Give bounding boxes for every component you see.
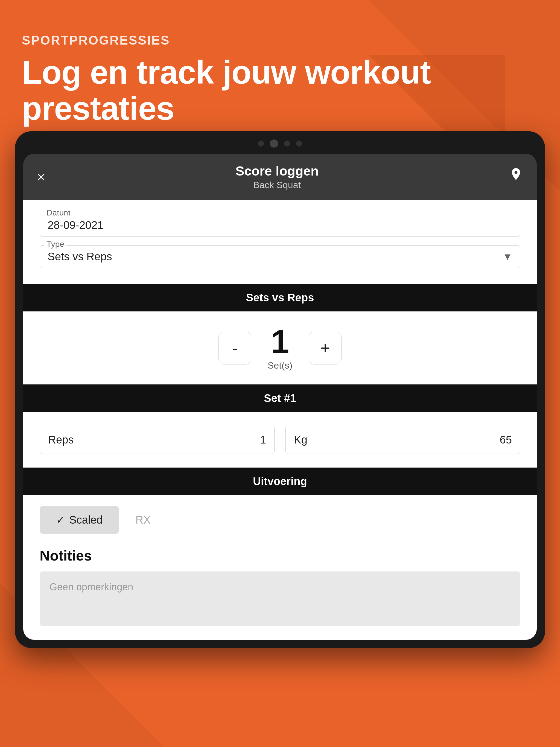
camera-bar [23, 139, 537, 148]
reps-input-field[interactable]: Reps 1 [40, 426, 275, 454]
reps-label: Reps [48, 434, 74, 446]
scaled-toggle[interactable]: ✓ Scaled [40, 506, 119, 534]
form-section: Datum 28-09-2021 Type Sets vs Reps ▼ [23, 200, 537, 284]
datum-value: 28-09-2021 [48, 219, 512, 231]
camera-dot-main [270, 139, 278, 148]
set1-label: Set #1 [23, 392, 537, 404]
header-area: SPORTPROGRESSIES Log en track jouw worko… [0, 0, 560, 148]
type-dropdown[interactable]: Type Sets vs Reps ▼ [40, 245, 520, 268]
sets-counter-display: 1 Set(s) [268, 325, 292, 371]
uitvoering-label: Uitvoering [23, 475, 537, 488]
checkmark-icon: ✓ [56, 514, 65, 526]
sets-vs-reps-bar: Sets vs Reps [23, 284, 537, 311]
camera-dot-1 [258, 140, 264, 147]
sets-count-value: 1 [268, 325, 292, 358]
reps-value: 1 [260, 434, 266, 446]
kg-value: 65 [500, 434, 512, 446]
set-inputs-section: Reps 1 Kg 65 [23, 412, 537, 468]
sets-counter-section: - 1 Set(s) + [23, 311, 537, 384]
uitvoering-section: ✓ Scaled RX Notities Geen opmerkingen [23, 495, 537, 640]
app-screen: × Score loggen Back Squat Datum 28-09-20… [23, 154, 537, 640]
camera-dot-4 [296, 140, 302, 147]
set1-bar: Set #1 [23, 384, 537, 412]
uitvoering-bar: Uitvoering [23, 468, 537, 495]
location-icon[interactable] [509, 167, 523, 187]
rx-label: RX [135, 514, 151, 526]
uitvoering-toggle-row: ✓ Scaled RX [40, 506, 520, 534]
increment-sets-button[interactable]: + [309, 332, 341, 364]
app-header: × Score loggen Back Squat [23, 154, 537, 200]
kg-label: Kg [294, 434, 307, 446]
kg-input-field[interactable]: Kg 65 [285, 426, 520, 454]
screen-subtitle: Back Squat [235, 180, 319, 190]
type-label: Type [44, 239, 67, 249]
notities-input[interactable]: Geen opmerkingen [40, 571, 520, 626]
screen-title: Score loggen [235, 163, 319, 179]
device-frame: × Score loggen Back Squat Datum 28-09-20… [15, 131, 545, 648]
notities-heading: Notities [40, 547, 520, 564]
datum-field[interactable]: Datum 28-09-2021 [40, 214, 520, 236]
decrement-sets-button[interactable]: - [219, 332, 251, 364]
header-title-wrap: Score loggen Back Squat [235, 163, 319, 190]
dropdown-arrow-icon: ▼ [503, 251, 512, 262]
scaled-label: Scaled [69, 514, 103, 526]
camera-dot-3 [284, 140, 290, 147]
sets-count-unit: Set(s) [268, 360, 292, 371]
app-title: Log en track jouw workout prestaties [22, 54, 538, 126]
app-subtitle: SPORTPROGRESSIES [22, 33, 538, 48]
datum-label: Datum [44, 208, 73, 217]
type-value: Sets vs Reps [48, 251, 112, 263]
rx-toggle[interactable]: RX [119, 506, 167, 534]
close-button[interactable]: × [37, 170, 45, 184]
sets-vs-reps-label: Sets vs Reps [23, 291, 537, 304]
